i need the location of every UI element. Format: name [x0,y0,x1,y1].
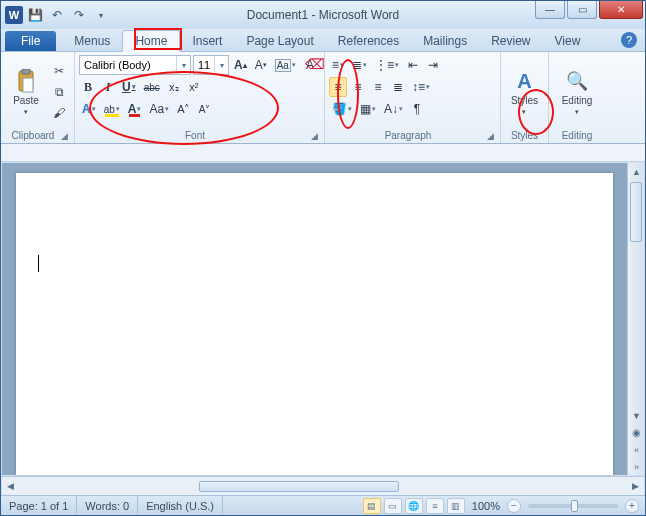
paste-icon [13,68,39,94]
grow-font-alt[interactable]: A˄ [174,99,193,119]
title-bar: W 💾 ↶ ↷ ▾ Document1 - Microsoft Word — ▭… [1,1,645,29]
group-styles: A Styles▾ Styles [501,52,549,143]
font-name-combo[interactable]: Calibri (Body) ▾ [79,55,191,75]
change-case-button[interactable]: Aa [272,55,299,75]
justify-button[interactable]: ≣ [389,77,407,97]
styles-button[interactable]: A Styles▾ [505,55,544,129]
change-case-button-2[interactable]: Aa [146,99,172,119]
bullets-button[interactable]: ≡ [329,55,347,75]
shading-button[interactable]: 🪣 [329,99,355,119]
tab-menus[interactable]: Menus [62,31,122,51]
scroll-down-icon[interactable]: ▼ [628,407,645,424]
prev-page-icon[interactable]: « [628,441,645,458]
strikethrough-button[interactable]: abc [141,77,163,97]
tab-mailings[interactable]: Mailings [411,31,479,51]
qat-save-icon[interactable]: 💾 [25,5,45,25]
qat-customize-icon[interactable]: ▾ [91,5,111,25]
minimize-button[interactable]: — [535,1,565,19]
chevron-down-icon: ▾ [176,56,190,74]
scroll-up-icon[interactable]: ▲ [628,163,645,180]
indent-icon: ⇥ [428,58,438,72]
align-right-button[interactable]: ≡ [369,77,387,97]
tab-home[interactable]: Home [122,30,180,52]
qat-undo-icon[interactable]: ↶ [47,5,67,25]
zoom-slider-knob[interactable] [571,500,578,512]
status-page[interactable]: Page: 1 of 1 [1,496,77,515]
subscript-button[interactable]: x₂ [165,77,183,97]
zoom-level[interactable]: 100% [472,500,500,512]
styles-label: Styles [511,95,538,106]
scroll-right-icon[interactable]: ▶ [627,478,644,495]
scroll-left-icon[interactable]: ◀ [2,478,19,495]
status-language[interactable]: English (U.S.) [138,496,223,515]
status-bar: Page: 1 of 1 Words: 0 English (U.S.) ▤ ▭… [1,495,645,515]
increase-indent-button[interactable]: ⇥ [424,55,442,75]
text-cursor [38,255,39,272]
cut-button[interactable]: ✂ [50,62,68,80]
borders-icon: ▦ [360,102,371,116]
maximize-button[interactable]: ▭ [567,1,597,19]
browse-object-icon[interactable]: ◉ [628,424,645,441]
font-size-combo[interactable]: 11 ▾ [193,55,229,75]
group-font: Calibri (Body) ▾ 11 ▾ A▴ A▾ Aa A⌫ B I U [75,52,325,143]
word-app-icon[interactable]: W [5,6,23,24]
text-effects-button[interactable]: A [79,99,99,119]
horizontal-ruler[interactable] [1,144,645,162]
tab-references[interactable]: References [326,31,411,51]
outline-view-button[interactable]: ≡ [426,498,444,514]
close-button[interactable]: ✕ [599,1,643,19]
decrease-indent-button[interactable]: ⇤ [404,55,422,75]
align-left-button[interactable]: ≡ [329,77,347,97]
zoom-slider[interactable] [528,504,618,508]
scroll-thumb-h[interactable] [199,481,399,492]
tab-review[interactable]: Review [479,31,542,51]
line-spacing-icon: ↕≡ [412,80,425,94]
styles-group-label: Styles [505,129,544,142]
full-screen-view-button[interactable]: ▭ [384,498,402,514]
scroll-thumb[interactable] [630,182,642,242]
clear-formatting-button[interactable]: A⌫ [301,55,319,75]
tab-insert[interactable]: Insert [180,31,234,51]
print-layout-view-button[interactable]: ▤ [363,498,381,514]
draft-view-button[interactable]: ▥ [447,498,465,514]
shrink-font-alt[interactable]: A˅ [196,99,214,119]
format-painter-button[interactable]: 🖌 [50,104,68,122]
tab-page-layout[interactable]: Page Layout [234,31,325,51]
zoom-in-button[interactable]: + [625,499,639,513]
horizontal-scrollbar[interactable]: ◀ ▶ [2,476,644,495]
zoom-out-button[interactable]: − [507,499,521,513]
web-layout-view-button[interactable]: 🌐 [405,498,423,514]
qat-redo-icon[interactable]: ↷ [69,5,89,25]
document-page[interactable] [16,173,613,475]
ribbon-tabs: File Menus Home Insert Page Layout Refer… [1,29,645,52]
underline-button[interactable]: U [119,77,139,97]
borders-button[interactable]: ▦ [357,99,379,119]
copy-button[interactable]: ⧉ [50,83,68,101]
tab-file[interactable]: File [5,31,56,51]
vertical-scrollbar[interactable]: ▲ ▼ ◉ « » [627,163,644,475]
editing-button[interactable]: 🔍 Editing▾ [556,55,598,129]
font-color-button[interactable]: A [125,99,145,119]
multilevel-button[interactable]: ⋮≡ [372,55,402,75]
paste-button[interactable]: Paste▾ [5,55,47,129]
multilevel-icon: ⋮≡ [375,58,394,72]
align-center-button[interactable]: ≡ [349,77,367,97]
superscript-button[interactable]: x² [185,77,203,97]
numbering-button[interactable]: ≣ [349,55,370,75]
clipboard-launcher[interactable]: ◢ [61,131,70,141]
highlight-button[interactable]: ab [101,99,123,119]
status-words[interactable]: Words: 0 [77,496,138,515]
italic-button[interactable]: I [99,77,117,97]
next-page-icon[interactable]: » [628,458,645,475]
paragraph-launcher[interactable]: ◢ [487,131,496,141]
line-spacing-button[interactable]: ↕≡ [409,77,433,97]
help-button[interactable]: ? [621,32,637,48]
editing-group-label: Editing [553,129,601,142]
tab-view[interactable]: View [543,31,593,51]
shrink-font-button[interactable]: A▾ [252,55,270,75]
show-hide-button[interactable]: ¶ [408,99,426,119]
sort-button[interactable]: A↓ [381,99,406,119]
font-launcher[interactable]: ◢ [311,131,320,141]
grow-font-button[interactable]: A▴ [231,55,250,75]
bold-button[interactable]: B [79,77,97,97]
